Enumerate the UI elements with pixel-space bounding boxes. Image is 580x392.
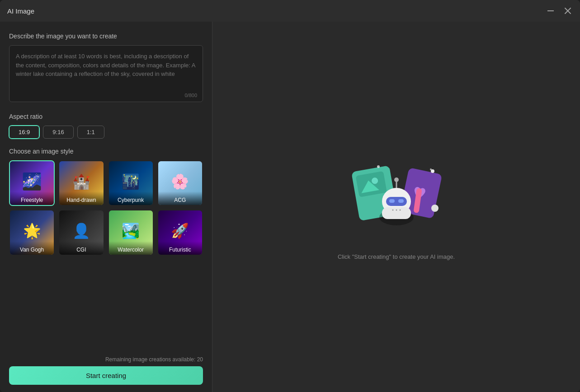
close-button[interactable] [563,6,573,16]
style-card-watercolor[interactable]: Watercolor [108,210,154,255]
svg-point-22 [399,209,401,210]
svg-rect-0 [547,10,554,11]
start-creating-button[interactable]: Start creating [9,366,203,385]
aspect-button-1-1[interactable]: 1:1 [77,126,104,139]
titlebar: AI Image [0,0,580,22]
style-card-cyberpunk[interactable]: Cyberpunk [108,160,154,206]
minimize-button[interactable] [546,6,556,16]
style-label-watercolor: Watercolor [109,241,153,255]
left-panel: Describe the image you want to create 0/… [0,22,212,392]
svg-rect-19 [382,207,411,219]
placeholder-text: Click "Start creating" to create your AI… [338,253,455,260]
style-card-freestyle[interactable]: Freestyle [9,160,55,206]
style-label-cgi: CGI [59,241,103,255]
aspect-ratio-label: Aspect ratio [9,113,203,120]
aspect-buttons: 16:9 9:16 1:1 [9,126,203,139]
aspect-ratio-section: Aspect ratio 16:9 9:16 1:1 [9,113,203,139]
describe-section: Describe the image you want to create 0/… [9,33,203,113]
aspect-button-16-9[interactable]: 16:9 [9,126,39,139]
svg-rect-14 [389,199,395,203]
textarea-wrapper: 0/800 [9,45,203,102]
style-card-acg[interactable]: ACG [157,160,203,206]
style-label-handdrawn: Hand-drawn [59,191,103,205]
style-section: Choose an image style Freestyle Hand-dra… [9,148,203,349]
svg-point-18 [394,177,399,182]
svg-point-21 [396,209,397,210]
app-window: AI Image Describe the image you want to … [0,0,580,392]
style-card-futuristic[interactable]: Futuristic [157,210,203,255]
style-card-cgi[interactable]: CGI [58,210,104,255]
left-bottom: Remaining image creations available: 20 … [9,356,203,385]
svg-rect-15 [398,199,404,203]
style-grid: Freestyle Hand-drawn Cyberpunk ACG [9,160,203,256]
style-label-futuristic: Futuristic [158,241,202,255]
style-card-vangogh[interactable]: Van Gogh [9,210,55,255]
aspect-button-9-16[interactable]: 9:16 [43,126,73,139]
svg-rect-13 [386,197,407,206]
char-count: 0/800 [184,93,197,98]
style-label-vangogh: Van Gogh [10,241,54,255]
right-panel: Click "Start creating" to create your AI… [212,22,580,392]
svg-point-10 [377,165,380,168]
main-content: Describe the image you want to create 0/… [0,22,580,392]
style-label-acg: ACG [158,191,202,205]
svg-point-20 [392,209,393,210]
style-label: Choose an image style [9,148,203,155]
svg-point-9 [430,168,432,170]
placeholder-illustration [342,154,451,244]
titlebar-controls [546,6,573,16]
window-title: AI Image [7,7,34,15]
style-label-freestyle: Freestyle [10,191,54,205]
remaining-text: Remaining image creations available: 20 [9,356,203,363]
describe-label: Describe the image you want to create [9,33,203,40]
description-input[interactable] [9,46,203,100]
style-card-handdrawn[interactable]: Hand-drawn [58,160,104,206]
svg-point-24 [431,205,439,212]
style-label-cyberpunk: Cyberpunk [109,191,153,205]
